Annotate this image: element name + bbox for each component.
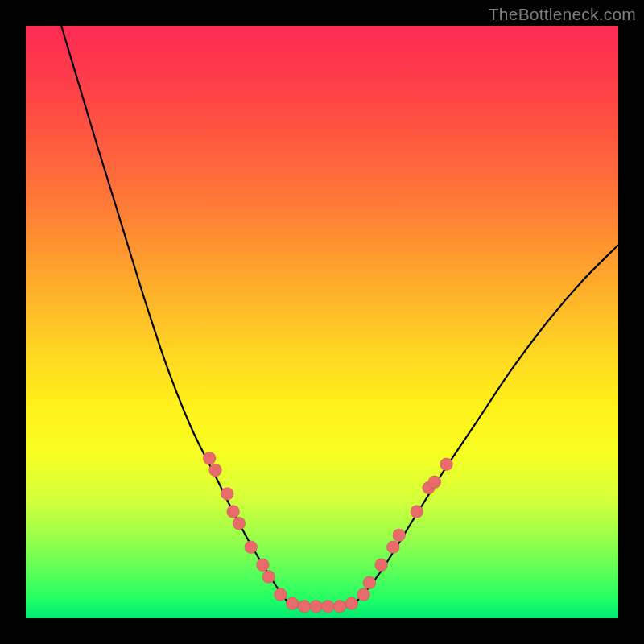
data-point — [262, 570, 275, 583]
curve-svg — [26, 26, 618, 618]
data-point — [345, 597, 358, 610]
data-point — [363, 576, 376, 589]
data-point — [321, 600, 334, 613]
data-point — [227, 506, 240, 518]
data-point — [286, 597, 299, 610]
data-point — [298, 600, 311, 613]
data-point — [440, 458, 453, 471]
data-point — [233, 517, 246, 530]
bottleneck-curve — [61, 26, 618, 607]
data-point — [221, 487, 233, 500]
data-point — [274, 588, 287, 601]
data-point — [203, 452, 216, 464]
data-point — [386, 541, 399, 554]
data-point — [256, 559, 269, 572]
data-points — [203, 452, 452, 613]
data-point — [393, 529, 406, 542]
data-point — [333, 600, 346, 613]
plot-area — [26, 26, 618, 618]
data-point — [357, 588, 370, 601]
chart-frame: TheBottleneck.com — [0, 0, 644, 644]
data-point — [375, 559, 388, 572]
data-point — [411, 506, 423, 518]
watermark-text: TheBottleneck.com — [489, 5, 636, 24]
data-point — [209, 464, 222, 477]
data-point — [245, 541, 258, 554]
data-point — [310, 600, 323, 613]
data-point — [428, 476, 441, 489]
